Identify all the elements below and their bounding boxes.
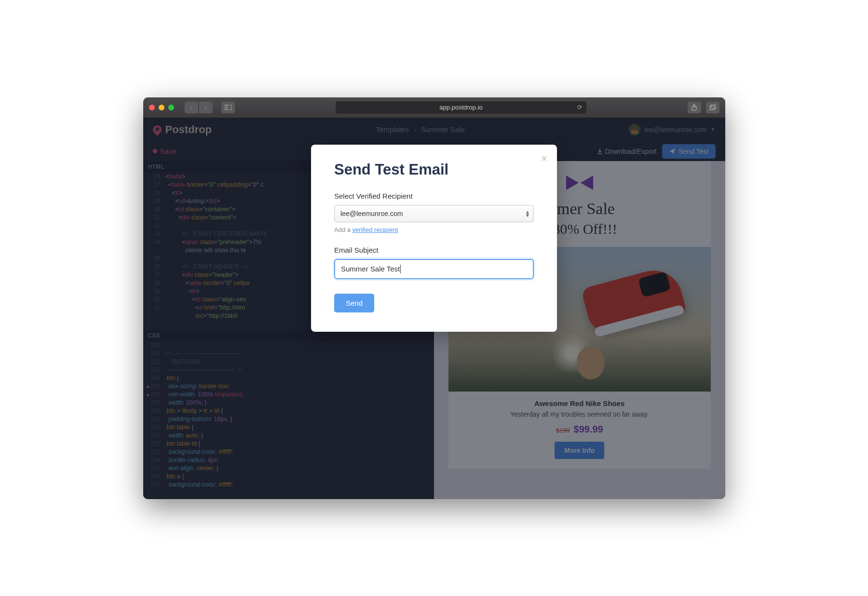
forward-button[interactable]: › [199, 102, 213, 113]
close-window-button[interactable] [149, 105, 155, 110]
add-recipient-hint: Add a verified recipient [334, 226, 534, 233]
recipient-select[interactable]: lee@leemunroe.com ▲▼ [334, 205, 534, 222]
svg-rect-0 [225, 105, 231, 110]
url-text: app.postdrop.io [439, 104, 483, 111]
recipient-value: lee@leemunroe.com [340, 210, 403, 217]
svg-rect-3 [709, 106, 714, 110]
subject-label: Email Subject [334, 246, 534, 254]
browser-window: ‹ › app.postdrop.io ⟳ + Postdrop [143, 97, 725, 499]
panel-icon [225, 105, 231, 110]
sidebar-toggle-button[interactable] [221, 102, 235, 113]
send-button[interactable]: Send [334, 294, 374, 312]
maximize-window-button[interactable] [168, 105, 174, 110]
modal-scrim[interactable]: × Send Test Email Select Verified Recipi… [143, 118, 725, 499]
text-cursor [400, 265, 401, 273]
back-button[interactable]: ‹ [185, 102, 198, 113]
nav-buttons: ‹ › [185, 102, 213, 113]
traffic-lights [149, 105, 174, 110]
subject-input[interactable]: Summer Sale Test [334, 259, 534, 279]
app-root: Postdrop Templates › Summer Sale lee@lee… [143, 118, 725, 499]
select-arrows-icon: ▲▼ [525, 210, 530, 217]
minimize-window-button[interactable] [159, 105, 164, 110]
modal-title: Send Test Email [334, 161, 534, 178]
url-bar[interactable]: app.postdrop.io ⟳ [336, 101, 586, 114]
recipient-label: Select Verified Recipient [334, 192, 534, 200]
browser-titlebar: ‹ › app.postdrop.io ⟳ [143, 97, 725, 118]
svg-rect-4 [711, 105, 716, 108]
send-test-modal: × Send Test Email Select Verified Recipi… [311, 145, 557, 332]
share-icon [691, 104, 697, 111]
tabs-button[interactable] [706, 102, 719, 113]
verified-recipient-link[interactable]: verified recipient [353, 226, 398, 233]
tabs-icon [709, 105, 716, 110]
reload-icon[interactable]: ⟳ [577, 104, 583, 111]
modal-close-button[interactable]: × [541, 152, 547, 165]
share-button[interactable] [688, 102, 701, 113]
